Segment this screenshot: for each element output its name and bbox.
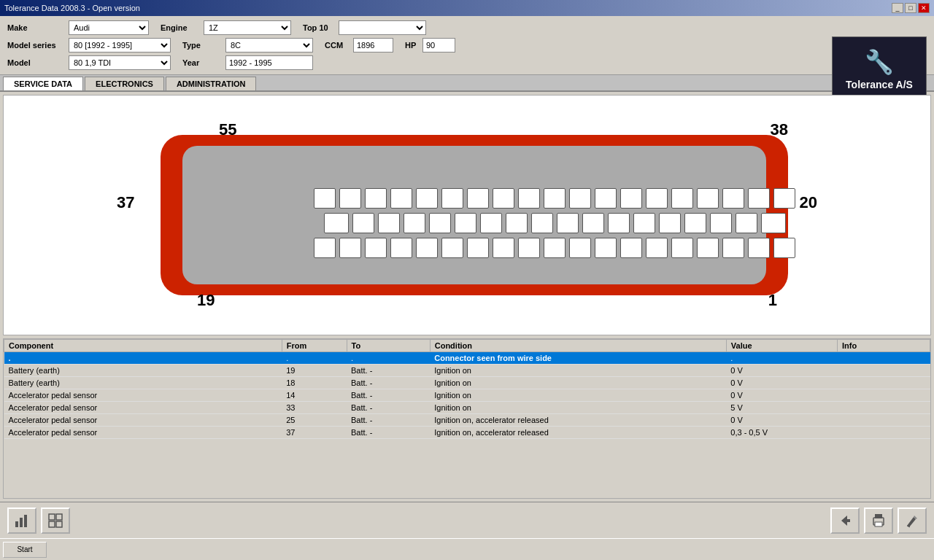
cell-component: Accelerator pedal sensor — [4, 402, 282, 414]
pin — [582, 213, 604, 233]
cell-from: 33 — [282, 402, 347, 414]
pin — [441, 238, 463, 258]
year-group: Year — [182, 55, 313, 70]
svg-rect-10 — [875, 514, 882, 518]
model-series-select[interactable]: 80 [1992 - 1995] — [69, 38, 171, 52]
grid-button[interactable] — [41, 508, 70, 534]
cell-from: 37 — [282, 427, 347, 439]
engine-label: Engine — [161, 23, 201, 32]
engine-select-wrapper[interactable]: 1Z — [204, 20, 291, 35]
make-group: Make Audi — [7, 20, 149, 35]
cell-to: . — [347, 352, 430, 365]
table-row[interactable]: . . . Connector seen from wire side . — [4, 352, 930, 365]
pin — [646, 238, 668, 258]
pin — [722, 188, 744, 209]
table-row[interactable]: Accelerator pedal sensor 33 Batt. - Igni… — [4, 402, 930, 414]
pin — [569, 238, 591, 258]
pin — [531, 213, 553, 233]
diagram-area: 55 38 37 20 19 1 — [3, 95, 931, 335]
tab-administration[interactable]: ADMINISTRATION — [166, 77, 257, 90]
table-row[interactable]: Accelerator pedal sensor 14 Batt. - Igni… — [4, 389, 930, 402]
cell-from: 25 — [282, 414, 347, 427]
svg-rect-5 — [49, 521, 55, 527]
tab-service-data[interactable]: SERVICE DATA — [3, 77, 83, 90]
print-icon — [871, 513, 887, 529]
pin — [467, 238, 489, 258]
chart-button[interactable] — [7, 508, 36, 534]
svg-rect-4 — [56, 514, 62, 520]
maximize-button[interactable]: □ — [905, 3, 916, 13]
print-button[interactable] — [864, 508, 893, 534]
pin — [467, 188, 489, 209]
cell-info — [838, 365, 930, 377]
year-label: Year — [182, 58, 223, 67]
year-input[interactable] — [225, 55, 313, 70]
ccm-label: CCM — [325, 41, 350, 50]
pin — [518, 188, 540, 209]
type-select[interactable]: 8C — [225, 38, 313, 52]
make-select-wrapper[interactable]: Audi — [69, 20, 149, 35]
top10-select[interactable] — [339, 20, 426, 35]
make-select[interactable]: Audi — [69, 20, 149, 35]
label-1: 1 — [768, 291, 777, 310]
minimize-button[interactable]: _ — [892, 3, 903, 13]
cell-condition: Ignition on — [430, 389, 726, 402]
pin — [710, 213, 732, 233]
cell-condition: Ignition on, accelerator released — [430, 414, 726, 427]
logo-icon: 🔧 — [865, 48, 894, 76]
back-button[interactable] — [830, 508, 860, 534]
pin — [429, 213, 451, 233]
table-row[interactable]: Battery (earth) 19 Batt. - Ignition on 0… — [4, 365, 930, 377]
model-select[interactable]: 80 1,9 TDI — [69, 55, 171, 70]
pin — [646, 188, 668, 209]
hp-input[interactable] — [422, 38, 455, 52]
main-window: Make Audi Engine 1Z Top 10 — [0, 16, 934, 560]
pin — [314, 238, 336, 258]
cell-to: Batt. - — [347, 414, 430, 427]
grid-icon — [47, 513, 63, 529]
close-button[interactable]: ✕ — [918, 3, 930, 13]
table-header: Component From To Condition Value Info — [4, 340, 930, 352]
pin — [544, 188, 566, 209]
pin — [544, 238, 566, 258]
cell-value: 0 V — [726, 389, 837, 402]
pin — [378, 213, 400, 233]
edit-button[interactable] — [898, 508, 927, 534]
pin — [518, 238, 540, 258]
model-series-group: Model series 80 [1992 - 1995] — [7, 38, 171, 52]
model-series-select-wrapper[interactable]: 80 [1992 - 1995] — [69, 38, 171, 52]
pin — [595, 188, 617, 209]
type-select-wrapper[interactable]: 8C — [225, 38, 313, 52]
taskbar: Start — [0, 538, 934, 560]
taskbar-btn-1[interactable]: Start — [3, 542, 47, 558]
cell-info — [838, 352, 930, 365]
table-row[interactable]: Accelerator pedal sensor 25 Batt. - Igni… — [4, 414, 930, 427]
table-row[interactable]: Accelerator pedal sensor 37 Batt. - Igni… — [4, 427, 930, 439]
tab-electronics[interactable]: ELECTRONICS — [85, 77, 164, 90]
cell-to: Batt. - — [347, 427, 430, 439]
svg-rect-1 — [20, 518, 23, 527]
cell-component: Accelerator pedal sensor — [4, 389, 282, 402]
cell-info — [838, 414, 930, 427]
type-group: Type 8C — [182, 38, 313, 52]
data-table: Component From To Condition Value Info .… — [4, 339, 930, 439]
cell-info — [838, 377, 930, 389]
connector-wrapper: 55 38 37 20 19 1 — [102, 120, 832, 310]
table-row[interactable]: Battery (earth) 18 Batt. - Ignition on 0… — [4, 377, 930, 389]
top10-select-wrapper[interactable] — [339, 20, 426, 35]
engine-select[interactable]: 1Z — [204, 20, 291, 35]
window-controls[interactable]: _ □ ✕ — [892, 3, 930, 13]
pin — [506, 213, 528, 233]
back-icon — [837, 513, 853, 529]
col-from: From — [282, 340, 347, 352]
model-select-wrapper[interactable]: 80 1,9 TDI — [69, 55, 171, 70]
hp-group: HP — [405, 38, 455, 52]
col-to: To — [347, 340, 430, 352]
top10-label: Top 10 — [303, 23, 336, 32]
ccm-input[interactable] — [353, 38, 393, 52]
title-bar: Tolerance Data 2008.3 - Open version _ □… — [0, 0, 934, 16]
pin — [416, 238, 438, 258]
pin — [773, 238, 795, 258]
pin — [620, 188, 642, 209]
cell-info — [838, 427, 930, 439]
